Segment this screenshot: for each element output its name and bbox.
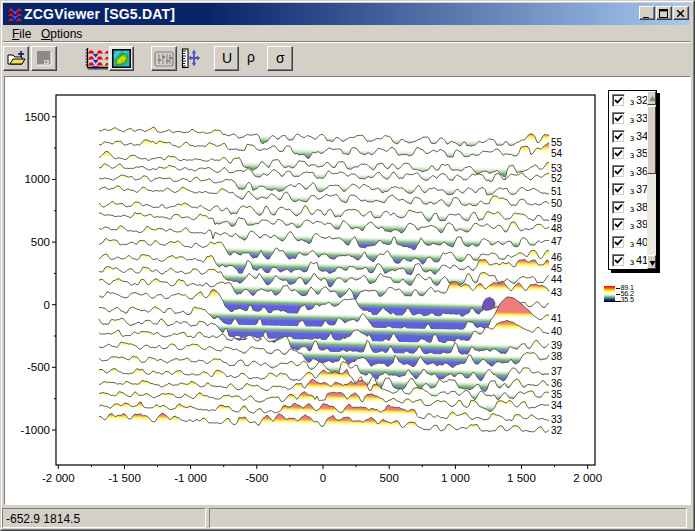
- svg-text:50: 50: [551, 198, 563, 209]
- svg-text:1 500: 1 500: [507, 472, 536, 484]
- svg-text:54: 54: [551, 148, 563, 159]
- svg-text:-500: -500: [245, 472, 268, 484]
- svg-text:47: 47: [551, 236, 563, 247]
- svg-text:55: 55: [551, 137, 563, 148]
- svg-text:0: 0: [320, 472, 326, 484]
- svg-text:34: 34: [551, 400, 563, 411]
- svg-text:-500: -500: [27, 361, 50, 373]
- svg-text:45: 45: [551, 263, 563, 274]
- svg-text:40: 40: [551, 326, 563, 337]
- svg-text:46: 46: [551, 252, 563, 263]
- svg-text:35: 35: [551, 389, 563, 400]
- svg-text:36: 36: [551, 378, 563, 389]
- svg-text:33: 33: [551, 414, 563, 425]
- svg-text:500: 500: [31, 236, 50, 248]
- svg-text:500: 500: [380, 472, 399, 484]
- svg-text:-2 000: -2 000: [42, 472, 75, 484]
- svg-text:2 000: 2 000: [573, 472, 602, 484]
- svg-text:39: 39: [551, 340, 563, 351]
- svg-text:0: 0: [44, 299, 50, 311]
- svg-text:1500: 1500: [24, 111, 50, 123]
- svg-text:1000: 1000: [24, 173, 50, 185]
- svg-text:41: 41: [551, 313, 563, 324]
- svg-text:38: 38: [551, 351, 563, 362]
- svg-text:44: 44: [551, 274, 563, 285]
- svg-text:51: 51: [551, 186, 563, 197]
- svg-text:-1 000: -1 000: [174, 472, 207, 484]
- svg-text:43: 43: [551, 287, 563, 298]
- svg-text:49: 49: [551, 213, 563, 224]
- svg-text:48: 48: [551, 223, 563, 234]
- svg-text:37: 37: [551, 366, 563, 377]
- svg-text:-1 500: -1 500: [108, 472, 141, 484]
- svg-text:1 000: 1 000: [441, 472, 470, 484]
- svg-text:-1000: -1000: [21, 424, 50, 436]
- svg-text:52: 52: [551, 173, 563, 184]
- svg-text:32: 32: [551, 425, 563, 436]
